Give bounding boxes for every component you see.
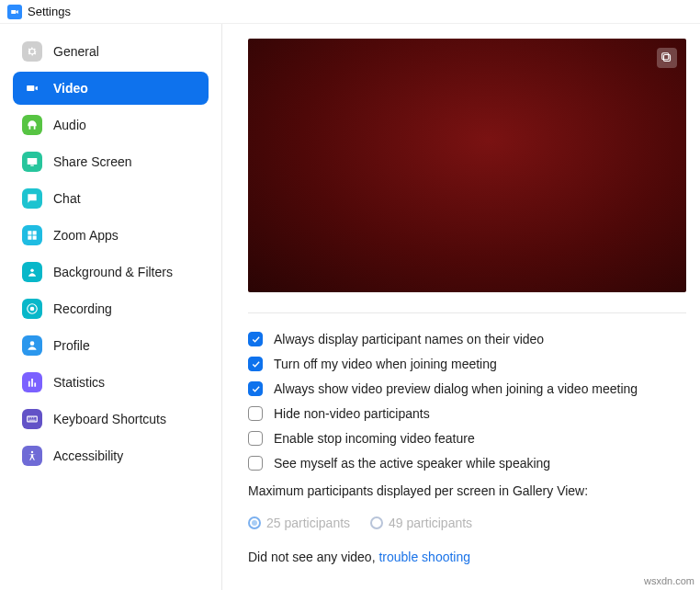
option-video-preview-dialog[interactable]: Always show video preview dialog when jo… [248, 381, 693, 396]
sidebar: General Video Audio Share Screen Chat Zo… [0, 24, 222, 590]
checkbox[interactable] [248, 357, 263, 371]
share-screen-icon [22, 152, 42, 172]
checkbox[interactable] [248, 431, 263, 446]
radio-label: 25 participants [266, 516, 350, 530]
option-label: Hide non-video participants [274, 406, 430, 421]
option-active-speaker-self[interactable]: See myself as the active speaker while s… [248, 456, 693, 471]
sidebar-item-profile[interactable]: Profile [13, 329, 209, 362]
svg-rect-4 [28, 416, 38, 422]
sidebar-item-chat[interactable]: Chat [13, 182, 209, 215]
sidebar-label: Chat [53, 191, 81, 206]
checkbox[interactable] [248, 332, 263, 346]
window-title: Settings [28, 5, 71, 18]
sidebar-label: Share Screen [53, 154, 132, 169]
sidebar-label: Video [53, 81, 88, 96]
option-turn-off-video[interactable]: Turn off my video when joining meeting [248, 357, 693, 371]
sidebar-label: Profile [53, 338, 90, 353]
option-stop-incoming-video[interactable]: Enable stop incoming video feature [248, 431, 693, 446]
accessibility-icon [22, 446, 42, 466]
video-options: Always display participant names on thei… [248, 332, 693, 590]
svg-point-2 [30, 307, 35, 312]
troubleshoot-link[interactable]: trouble shooting [378, 550, 470, 564]
titlebar: Settings [0, 0, 700, 24]
sidebar-item-background-filters[interactable]: Background & Filters [13, 255, 209, 289]
background-icon [22, 262, 42, 282]
sidebar-label: Statistics [53, 375, 105, 390]
watermark: wsxdn.com [644, 575, 694, 586]
option-hide-nonvideo[interactable]: Hide non-video participants [248, 406, 693, 421]
troubleshoot-text: Did not see any video, trouble shooting [248, 550, 693, 564]
option-display-names[interactable]: Always display participant names on thei… [248, 332, 693, 346]
sidebar-item-video[interactable]: Video [13, 72, 209, 105]
radio-label: 49 participants [389, 516, 472, 530]
sidebar-item-recording[interactable]: Recording [13, 292, 209, 325]
svg-point-5 [31, 451, 33, 453]
keyboard-icon [22, 409, 42, 429]
apps-icon [22, 225, 42, 245]
checkbox[interactable] [248, 381, 263, 396]
divider [248, 312, 686, 313]
helper-prefix: Did not see any video, [248, 550, 378, 564]
sidebar-item-statistics[interactable]: Statistics [13, 366, 209, 399]
record-icon [22, 299, 42, 319]
content-panel: Always display participant names on thei… [222, 24, 700, 590]
profile-icon [22, 335, 42, 356]
sidebar-label: General [53, 44, 99, 59]
radio-25-participants[interactable]: 25 participants [248, 516, 350, 530]
checkbox[interactable] [248, 406, 263, 421]
gear-icon [22, 41, 42, 62]
radio-circle-icon [248, 516, 261, 529]
sidebar-item-keyboard-shortcuts[interactable]: Keyboard Shortcuts [13, 403, 209, 436]
sidebar-item-audio[interactable]: Audio [13, 108, 209, 142]
option-label: Always display participant names on thei… [274, 332, 544, 346]
chat-icon [22, 188, 42, 209]
sidebar-item-general[interactable]: General [13, 35, 209, 68]
rotate-camera-button[interactable] [657, 48, 677, 68]
max-participants-radios: 25 participants 49 participants [248, 516, 693, 530]
sidebar-item-zoom-apps[interactable]: Zoom Apps [13, 219, 209, 252]
app-icon [7, 5, 22, 19]
option-label: See myself as the active speaker while s… [274, 456, 550, 471]
radio-circle-icon [370, 516, 383, 529]
sidebar-label: Accessibility [53, 448, 123, 463]
radio-49-participants[interactable]: 49 participants [370, 516, 472, 530]
checkbox[interactable] [248, 456, 263, 471]
sidebar-item-accessibility[interactable]: Accessibility [13, 439, 209, 472]
sidebar-label: Zoom Apps [53, 228, 119, 243]
max-participants-label: Maximum participants displayed per scree… [248, 483, 693, 498]
option-label: Always show video preview dialog when jo… [274, 381, 638, 396]
sidebar-label: Recording [53, 301, 112, 316]
svg-point-0 [30, 269, 34, 273]
svg-rect-6 [664, 55, 671, 62]
option-label: Enable stop incoming video feature [274, 431, 475, 446]
statistics-icon [22, 372, 42, 392]
option-label: Turn off my video when joining meeting [274, 357, 497, 371]
sidebar-label: Audio [53, 118, 86, 132]
video-preview [248, 39, 686, 292]
svg-rect-7 [662, 53, 669, 60]
sidebar-label: Keyboard Shortcuts [53, 412, 166, 426]
headphones-icon [22, 115, 42, 135]
svg-point-3 [30, 341, 35, 346]
sidebar-label: Background & Filters [53, 265, 173, 279]
video-icon [22, 78, 42, 98]
sidebar-item-share-screen[interactable]: Share Screen [13, 145, 209, 178]
